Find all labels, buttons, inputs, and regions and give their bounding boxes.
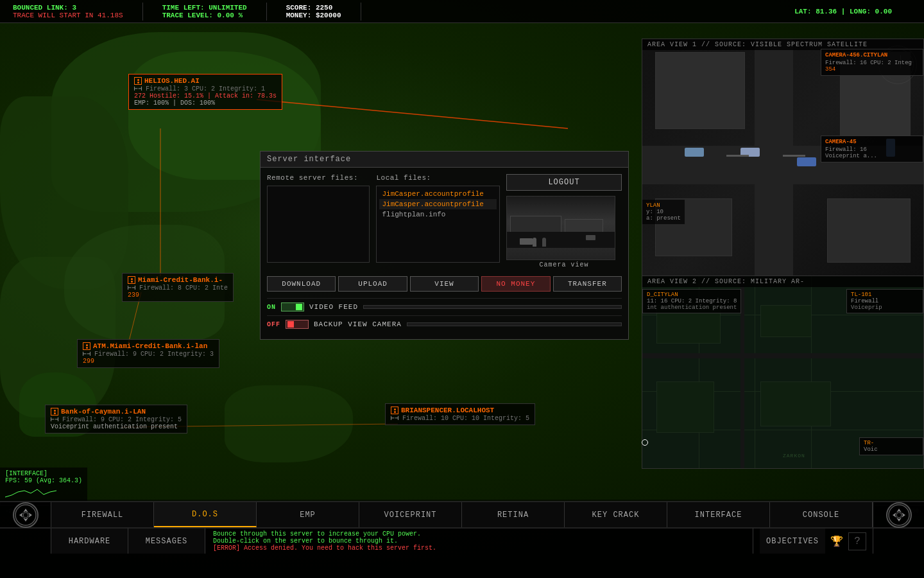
transfer-button[interactable]: TRANSFER	[553, 276, 622, 292]
area-view-1: AREA VIEW 1 // SOURCE: VISIBLE SPECTRUM …	[642, 39, 924, 276]
server-panel-title: Server interface	[261, 152, 628, 168]
area2-node2-title: TL-101	[851, 292, 919, 298]
remote-files-label: Remote server files:	[267, 174, 370, 182]
local-files-list[interactable]: JimCasper.accountprofile JimCasper.accou…	[376, 186, 500, 263]
bank-cayman-firewall: ⊢⊣ Firewall: 9 CPU: 2 Integrity: 5	[51, 416, 182, 423]
atm-miami-title: ATM.Miami-Credit-Bank.i-lan	[83, 342, 214, 350]
backup-camera-state: OFF	[267, 321, 280, 328]
backup-camera-toggle[interactable]	[286, 320, 309, 329]
node-helios[interactable]: HELIOS.HED.AI ⊢⊣ Firewall: 3 CPU: 2 Inte…	[128, 74, 282, 110]
video-feed-bar	[363, 305, 622, 309]
score-section: SCORE: 2250 MONEY: $20000	[286, 3, 361, 21]
area-view-2-header: AREA VIEW 2 // SOURCE: MILITARY AR-	[642, 276, 923, 287]
video-feed-row: ON Video feed	[267, 298, 622, 315]
svg-point-7	[896, 512, 902, 518]
logo-icon-left	[13, 502, 38, 528]
camera-view-label: Camera view	[506, 260, 622, 270]
svg-point-4	[15, 505, 36, 525]
hardware-button[interactable]: HARDWARE	[51, 528, 128, 554]
logout-button[interactable]: LOGOUT	[506, 174, 622, 191]
voiceprint-button[interactable]: VOICEPRINT	[359, 502, 462, 527]
no-money-button[interactable]: no money	[481, 276, 550, 292]
svg-point-5	[23, 512, 28, 518]
retina-button[interactable]: RETINA	[462, 502, 565, 527]
server-interface-panel: Server interface Remote server files: Lo…	[260, 151, 629, 340]
key-crack-button[interactable]: KEY CRACK	[565, 502, 667, 527]
area2-node1-title: D_CITYLAN	[647, 292, 737, 298]
file-item-2[interactable]: JimCasper.accountprofile	[379, 199, 497, 209]
miami-credit-title: Miami-Credit-Bank.i-	[128, 276, 228, 284]
right-panel: AREA VIEW 1 // SOURCE: VISIBLE SPECTRUM …	[642, 39, 924, 469]
firewall-button[interactable]: FIREWALL	[51, 502, 154, 527]
area2-node3[interactable]: TR- Voic	[859, 437, 923, 455]
location-section: LAT: 81.36 | LONG: 0.00	[794, 6, 911, 17]
helios-icon	[134, 77, 142, 85]
camera-preview-image	[507, 197, 615, 259]
emp-button[interactable]: EMP	[257, 502, 359, 527]
area2-node2[interactable]: TL-101 Firewall Voiceprip	[846, 289, 923, 313]
right-controls: LOGOUT Camera view	[506, 174, 622, 270]
camera-node-2-firewall: Firewall: 16	[825, 146, 919, 153]
svg-point-6	[889, 505, 909, 525]
bottom-logo-left-2	[0, 528, 51, 554]
dos-button[interactable]: D.O.S	[154, 502, 257, 527]
camera-node-1[interactable]: CAMERA-456.CITYLAN Firewall: 16 CPU: 2 I…	[821, 49, 923, 76]
map-city-label: ZARKON	[783, 453, 805, 459]
brian-title: BRIANSPENCER.LOCALHOST	[391, 407, 529, 414]
file-item-1[interactable]: JimCasper.accountprofile	[379, 189, 497, 199]
citylan-firewall: y: 10	[646, 209, 681, 215]
area-view-2: AREA VIEW 2 // SOURCE: MILITARY AR- ZARK…	[642, 276, 924, 469]
node-bank-cayman[interactable]: Bank-of-Cayman.i-LAN ⊢⊣ Firewall: 9 CPU:…	[45, 405, 187, 434]
bottom-logo-right-2	[873, 528, 924, 554]
atm-id: 299	[83, 358, 214, 365]
action-buttons: DOWNLOAD UPLOAD VIEW no money TRANSFER	[267, 276, 622, 292]
bottom-logo-right	[873, 502, 924, 527]
interface-button[interactable]: INTERFACE	[667, 502, 770, 527]
area2-node3-title: TR-	[864, 440, 919, 446]
node-miami-credit[interactable]: Miami-Credit-Bank.i- ⊢⊣ Firewall: 8 CPU:…	[122, 273, 234, 302]
miami-credit-id: 239	[128, 292, 228, 299]
camera-node-1-firewall: Firewall: 16 CPU: 2 Integ	[825, 60, 919, 66]
camera-node-2[interactable]: CAMERA-45 Firewall: 16 Voiceprint a...	[821, 136, 923, 162]
bank-cayman-icon	[51, 408, 58, 416]
helios-emp: EMP: 100% | DOS: 100%	[134, 100, 277, 107]
view-button[interactable]: VIEW	[410, 276, 479, 292]
bank-cayman-auth: Voiceprint authentication present	[51, 423, 182, 430]
video-feed-label: Video feed	[309, 303, 358, 311]
camera-node-1-title: CAMERA-456.CITYLAN	[825, 52, 919, 58]
brian-icon	[391, 407, 398, 414]
money-text: MONEY: $20000	[286, 12, 341, 19]
help-icon[interactable]: ?	[848, 532, 866, 550]
backup-camera-row: OFF Backup view camera	[267, 315, 622, 333]
message-line-3: [ERROR] Access denied. You need to hack …	[213, 545, 745, 552]
camera-node-2-title: CAMERA-45	[825, 139, 919, 145]
camera-node-2-auth: Voiceprint a...	[825, 153, 919, 159]
brian-firewall: ⊢⊣ Firewall: 10 CPU: 10 Integrity: 5	[391, 414, 529, 422]
node-atm-miami[interactable]: ATM.Miami-Credit-Bank.i-lan ⊢⊣ Firewall:…	[77, 339, 219, 368]
messages-button[interactable]: MESSAGES	[128, 528, 205, 554]
logo-icon-right	[886, 502, 912, 528]
node-brian-spencer[interactable]: BRIANSPENCER.LOCALHOST ⊢⊣ Firewall: 10 C…	[385, 403, 535, 425]
interface-label: [INTERFACE]	[5, 470, 82, 477]
citylan-info-left: YLAN y: 10 a: present	[642, 200, 685, 224]
message-line-2: Double-click on the server to bounce thr…	[213, 538, 745, 545]
area2-node1[interactable]: D_CITYLAN 11: 16 CPU: 2 Integrity: 8 int…	[642, 289, 741, 313]
objectives-area: OBJECTIVES 🏆 ?	[753, 528, 873, 554]
console-button[interactable]: CONSOLE	[770, 502, 873, 527]
interface-stats: [INTERFACE] FPS: 59 (Avg: 364.3)	[0, 468, 87, 501]
bottom-button-row: FIREWALL D.O.S EMP VOICEPRINT RETINA KEY…	[0, 502, 924, 528]
upload-button[interactable]: UPLOAD	[338, 276, 407, 292]
citylan-label: YLAN	[646, 202, 681, 209]
atm-firewall: ⊢⊣ Firewall: 9 CPU: 2 Integrity: 3	[83, 350, 214, 358]
objectives-button[interactable]: OBJECTIVES	[760, 529, 825, 554]
file-item-3[interactable]: flightplan.info	[379, 209, 497, 220]
bottom-panel: FIREWALL D.O.S EMP VOICEPRINT RETINA KEY…	[0, 501, 924, 578]
local-files-label: Local files:	[376, 174, 500, 182]
trophy-icon[interactable]: 🏆	[828, 532, 846, 550]
camera-node-1-id: 354	[825, 66, 919, 73]
helios-hostile: 272 Hostile: 15.1% | Attack in: 78.3s	[134, 92, 277, 100]
miami-credit-icon	[128, 276, 135, 284]
video-feed-toggle[interactable]	[281, 302, 304, 311]
download-button[interactable]: DOWNLOAD	[267, 276, 336, 292]
bounced-link-text: BOUNCED LINK: 3	[13, 4, 123, 12]
